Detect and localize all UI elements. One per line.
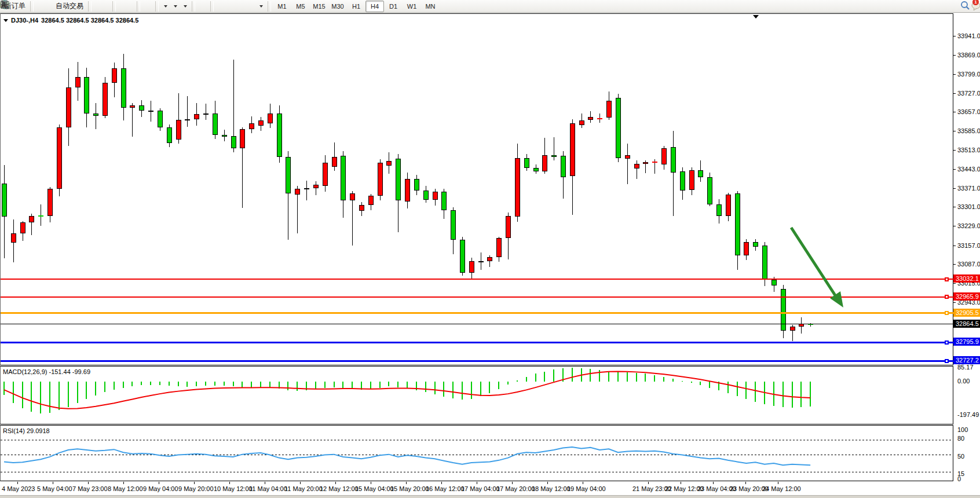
candle-wick [306, 181, 307, 200]
signal-button[interactable] [47, 0, 53, 13]
timeframe-h4-button[interactable]: H4 [365, 1, 384, 12]
candle-body [744, 242, 749, 255]
candle-body [29, 216, 34, 222]
timeframe-m15-button[interactable]: M15 [310, 1, 328, 12]
horizontal-line-button[interactable] [221, 0, 227, 13]
horizontal-line-object[interactable] [1, 360, 953, 362]
price-axis-tick [953, 169, 956, 170]
price-axis-tick [953, 246, 956, 246]
timeframe-h1-button[interactable]: H1 [347, 1, 365, 12]
crosshair-button[interactable] [203, 0, 209, 13]
zoom-in-button[interactable] [118, 0, 123, 13]
line-anchor-handle[interactable] [945, 277, 949, 281]
macd-label: MACD(12,26,9) -151.44 -99.69 [3, 368, 90, 375]
arrows-tool-button[interactable] [256, 0, 266, 13]
candle-body [66, 87, 71, 127]
toolbar-separator [30, 1, 34, 12]
candle-body [680, 171, 685, 191]
price-axis-label: 33301.0 [957, 203, 980, 210]
news-button[interactable] [41, 0, 47, 13]
candle-body [158, 111, 163, 127]
auto-trading-button[interactable]: 自动交易 [53, 0, 86, 13]
time-axis-tick [477, 482, 477, 484]
timeframe-m1-button[interactable]: M1 [273, 1, 291, 12]
candle-body [103, 83, 108, 116]
line-chart-button[interactable] [105, 0, 111, 13]
time-axis-tick [335, 482, 336, 484]
time-axis-label: 15 May 04:00 [355, 485, 394, 492]
chart-shift-marker-icon[interactable] [753, 15, 759, 19]
candle-body [139, 105, 144, 110]
timeframe-m30-button[interactable]: M30 [328, 1, 347, 12]
price-axis-label: 33799.0 [957, 71, 980, 78]
new-chart-button[interactable] [160, 0, 170, 13]
tile-windows-button[interactable] [129, 0, 135, 13]
time-axis-label: 11 May 04:00 [249, 485, 287, 492]
candle-chart-button[interactable] [99, 0, 105, 13]
candle-body [588, 117, 593, 120]
candle-body [698, 170, 703, 177]
fibonacci-button[interactable]: F [239, 0, 244, 13]
equidistant-channel-button[interactable]: E [233, 0, 239, 13]
candle-body [341, 156, 346, 200]
templates-button[interactable] [180, 0, 190, 13]
time-axis[interactable]: 4 May 20235 May 04:007 May 23:008 May 12… [0, 482, 953, 495]
arrows-tool-icon [0, 0, 9, 9]
text-button[interactable]: A [244, 0, 250, 13]
candle-body [20, 222, 25, 233]
price-axis-tick [953, 150, 956, 151]
candle-body [496, 238, 502, 257]
auto-scroll-button[interactable] [142, 0, 148, 13]
search-button[interactable] [960, 1, 966, 13]
chat-button[interactable]: 1 [971, 1, 977, 13]
candle-wick [627, 144, 628, 184]
time-axis-label: 9 May 04:00 [143, 485, 178, 492]
auto-trading-label: 自动交易 [56, 1, 83, 11]
time-axis-label: 12 May 12:00 [320, 485, 359, 492]
candle-body [460, 240, 465, 273]
timeframe-d1-button[interactable]: D1 [384, 1, 403, 12]
toolbar-separator [88, 1, 92, 12]
line-anchor-handle[interactable] [945, 359, 949, 363]
time-axis-label: 15 May 20:00 [390, 485, 429, 492]
rsi-pane[interactable]: RSI(14) 29.0918 [0, 425, 953, 481]
chart-dropdown-icon[interactable] [3, 19, 8, 22]
line-anchor-handle[interactable] [945, 295, 949, 299]
candle-body [753, 242, 758, 246]
horizontal-line-object[interactable] [1, 324, 953, 324]
price-axis-label: 33513.0 [957, 147, 980, 153]
periods-button[interactable] [170, 0, 180, 13]
text-label-button[interactable]: T [250, 0, 256, 13]
line-anchor-handle[interactable] [945, 340, 949, 345]
timeframe-mn-button[interactable]: MN [421, 1, 440, 12]
price-axis-tick [953, 302, 956, 303]
price-axis-tick [953, 55, 956, 56]
horizontal-line-object[interactable] [1, 342, 953, 343]
timeframe-w1-button[interactable]: W1 [403, 1, 421, 12]
time-axis-label: 5 May 04:00 [37, 485, 72, 492]
vertical-line-button[interactable] [215, 0, 221, 13]
sound-button[interactable] [35, 0, 41, 13]
bar-chart-button[interactable] [93, 0, 99, 13]
candle-body [790, 327, 795, 331]
zoom-out-button[interactable] [123, 0, 129, 13]
trendline-button[interactable] [227, 0, 233, 13]
candle-body [268, 113, 273, 123]
line-anchor-handle[interactable] [945, 311, 949, 315]
time-axis-tick [265, 482, 265, 484]
candle-body [313, 185, 319, 188]
timeframe-m5-button[interactable]: M5 [291, 1, 310, 12]
price-level-badge: 33032.1 [953, 274, 980, 283]
horizontal-line-object[interactable] [1, 296, 953, 298]
price-level-badge: 32864.5 [953, 320, 980, 328]
price-axis-label: 33869.0 [957, 52, 980, 58]
horizontal-line-object[interactable] [1, 279, 953, 280]
price-chart-pane[interactable] [0, 13, 953, 365]
macd-pane[interactable]: MACD(12,26,9) -151.44 -99.69 [0, 366, 953, 424]
chart-shift-button[interactable] [148, 0, 153, 13]
horizontal-line-object[interactable] [1, 312, 953, 314]
time-axis-label: 17 May 20:00 [496, 485, 535, 492]
cursor-button[interactable] [197, 0, 203, 13]
price-axis[interactable]: 33941.033869.033799.033727.033657.033585… [953, 13, 980, 495]
price-axis-tick [953, 112, 956, 112]
